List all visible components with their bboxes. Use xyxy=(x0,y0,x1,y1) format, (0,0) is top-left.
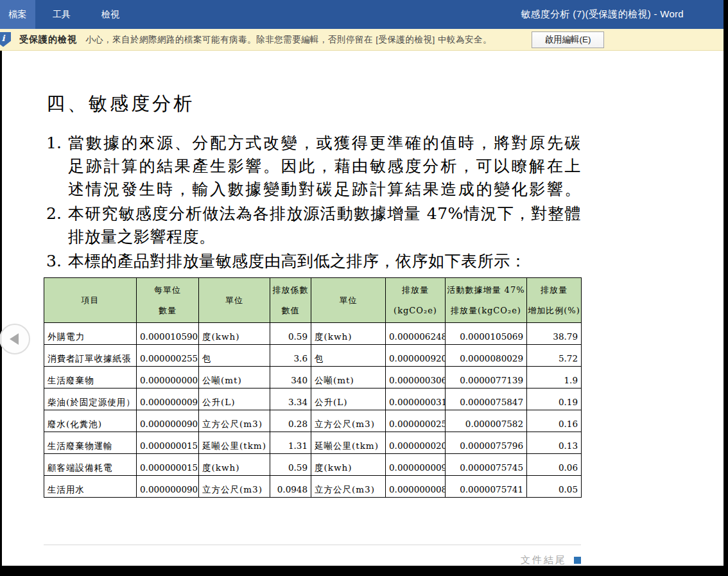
table-cell: 包 xyxy=(311,345,386,367)
table-cell: 1.31 xyxy=(270,432,311,454)
table-cell: 度(kwh) xyxy=(311,323,386,345)
table-row: 生活用水0.0000000905立方公尺(m3)0.0948立方公尺(m3)0.… xyxy=(44,476,582,498)
table-cell: 0.000007582 xyxy=(446,410,527,432)
table-cell: 0.0000075741 xyxy=(446,476,527,498)
table-cell: 0.0000075745 xyxy=(446,454,527,476)
table-cell: 延噸公里(tkm) xyxy=(199,432,270,454)
table-header-cell: 項目 xyxy=(44,278,137,323)
table-cell: 38.79 xyxy=(527,323,582,345)
table-cell: 公升(L) xyxy=(311,388,386,410)
list-item: 3.本標的產品對排放量敏感度由高到低之排序，依序如下表所示： xyxy=(44,250,581,273)
table-header-line: 單位 xyxy=(311,295,385,305)
table-cell: 立方公尺(m3) xyxy=(199,410,270,432)
table-cell: 柴油(於固定源使用） xyxy=(44,388,137,410)
list-item-line: 述情況發生時，輸入數據變動對碳足跡計算結果造成的變化影響。 xyxy=(68,178,581,201)
table-cell: 生活用水 xyxy=(44,476,137,498)
list-item-number: 3. xyxy=(46,250,68,273)
ribbon-tab-file[interactable]: 檔案 xyxy=(0,0,35,29)
table-cell: 顧客端設備耗電 xyxy=(44,454,137,476)
table-cell: 0.16 xyxy=(527,410,582,432)
table-row: 柴油(於固定源使用）0.0000000093公升(L)3.34公升(L)0.00… xyxy=(44,388,582,410)
table-header-line: 排放量 xyxy=(386,285,445,295)
list-item-line: 本標的產品對排放量敏感度由高到低之排序，依序如下表所示： xyxy=(68,250,581,273)
table-cell: 0.000000306 xyxy=(386,367,446,388)
end-of-document-label: 文件結尾 xyxy=(521,554,567,566)
table-header-cell: 排放係數數值 xyxy=(270,278,311,323)
ribbon-tab-view[interactable]: 檢視 xyxy=(94,0,127,29)
table-cell: 0.0000000093 xyxy=(137,388,199,410)
table-cell: 0.0000000311 xyxy=(386,388,446,410)
ribbon-tabs: 檔案工具檢視 xyxy=(0,0,127,29)
list-item-text: 當數據的來源、分配方式改變，或獲得更準確的值時，將對原先碳足跡計算的結果產生影響… xyxy=(68,132,581,201)
table-row: 生活廢棄物0.0000000009公噸(mt)340公噸(mt)0.000000… xyxy=(44,367,582,388)
document-page: 四、敏感度分析 1.當數據的來源、分配方式改變，或獲得更準確的值時，將對原先碳足… xyxy=(2,51,724,566)
table-header-row: 項目每單位數量單位排放係數數值單位排放量(kgCO₂e)活動數據增量 47%排放… xyxy=(44,278,582,323)
list-item-line: 本研究敏感度分析做法為各排放源活動數據增量 47%情況下，對整體 xyxy=(68,202,581,225)
table-cell: 0.0000105069 xyxy=(446,323,527,345)
page-divider xyxy=(44,545,581,545)
table-cell: 公升(L) xyxy=(199,388,270,410)
list-item-line: 足跡計算的結果產生影響。因此，藉由敏感度分析，可以瞭解在上 xyxy=(68,155,581,178)
table-cell: 立方公尺(m3) xyxy=(311,410,386,432)
protected-view-bar: i 受保護的檢視 小心，來自於網際網路的檔案可能有病毒。除非您需要編輯，否則停留… xyxy=(0,29,724,51)
table-cell: 消費者訂單收據紙張 xyxy=(44,345,137,367)
table-cell: 0.0000002558 xyxy=(137,345,199,367)
ribbon-tab-tools[interactable]: 工具 xyxy=(45,0,78,29)
table-header-line: 數值 xyxy=(270,306,311,315)
table-header-cell: 排放量增加比例(%) xyxy=(527,278,582,323)
table-cell: 延噸公里(tkm) xyxy=(311,432,386,454)
enable-editing-button[interactable]: 啟用編輯(E) xyxy=(532,31,604,48)
table-body: 外購電力0.0000105906度(kwh)0.59度(kwh)0.000006… xyxy=(44,323,582,498)
sensitivity-table: 項目每單位數量單位排放係數數值單位排放量(kgCO₂e)活動數據增量 47%排放… xyxy=(44,277,582,498)
previous-page-button[interactable] xyxy=(0,324,30,354)
table-head: 項目每單位數量單位排放係數數值單位排放量(kgCO₂e)活動數據增量 47%排放… xyxy=(44,278,582,323)
end-square-icon xyxy=(574,557,581,564)
table-cell: 0.28 xyxy=(270,410,311,432)
list-item-text: 本研究敏感度分析做法為各排放源活動數據增量 47%情況下，對整體排放量之影響程度… xyxy=(68,202,581,249)
table-cell: 0.59 xyxy=(270,323,311,345)
list-item-line: 當數據的來源、分配方式改變，或獲得更準確的值時，將對原先碳 xyxy=(68,132,581,155)
table-header-line: 活動數據增量 47% xyxy=(446,285,526,295)
document-content: 四、敏感度分析 1.當數據的來源、分配方式改變，或獲得更準確的值時，將對原先碳足… xyxy=(44,51,581,566)
table-row: 消費者訂單收據紙張0.0000002558包3.6包0.00000092090.… xyxy=(44,345,582,367)
table-cell: 0.0000000203 xyxy=(386,432,446,454)
table-cell: 0.05 xyxy=(527,476,582,498)
table-cell: 0.0000000094 xyxy=(386,454,446,476)
table-cell: 0.0000000253 xyxy=(386,410,446,432)
table-cell: 0.0000075847 xyxy=(446,388,527,410)
table-cell: 0.06 xyxy=(527,454,582,476)
table-cell: 3.6 xyxy=(270,345,311,367)
table-cell: 3.34 xyxy=(270,388,311,410)
table-header-cell: 單位 xyxy=(311,278,386,323)
table-cell: 0.19 xyxy=(527,388,582,410)
table-cell: 0.59 xyxy=(270,454,311,476)
table-header-line: 排放量(kgCO₂e) xyxy=(446,306,526,315)
table-cell: 公噸(mt) xyxy=(311,367,386,388)
table-cell: 0.0000000155 xyxy=(137,432,199,454)
table-header-line: 數量 xyxy=(137,306,198,315)
list-item: 2.本研究敏感度分析做法為各排放源活動數據增量 47%情況下，對整體排放量之影響… xyxy=(44,202,581,249)
table-cell: 0.0000000009 xyxy=(137,367,199,388)
table-header-line: 排放量 xyxy=(527,285,581,295)
table-cell: 生活廢棄物運輸 xyxy=(44,432,137,454)
table-header-line: (kgCO₂e) xyxy=(386,306,445,315)
list-item-text: 本標的產品對排放量敏感度由高到低之排序，依序如下表所示： xyxy=(68,250,581,273)
protected-view-label: 受保護的檢視 xyxy=(19,34,77,46)
list-item-number: 1. xyxy=(46,132,68,201)
table-cell: 0.0948 xyxy=(270,476,311,498)
list-item-line: 排放量之影響程度。 xyxy=(68,225,581,249)
numbered-list: 1.當數據的來源、分配方式改變，或獲得更準確的值時，將對原先碳足跡計算的結果產生… xyxy=(44,132,581,273)
table-cell: 5.72 xyxy=(527,345,582,367)
table-cell: 0.0000062485 xyxy=(386,323,446,345)
word-window: 檔案工具檢視 敏感度分析 (7)(受保護的檢視) - Word i 受保護的檢視… xyxy=(0,0,728,576)
table-header-cell: 活動數據增量 47%排放量(kgCO₂e) xyxy=(446,278,527,323)
section-heading: 四、敏感度分析 xyxy=(46,91,581,117)
table-cell: 度(kwh) xyxy=(199,323,270,345)
table-cell: 廢水(化糞池) xyxy=(44,410,137,432)
table-header-line: 項目 xyxy=(44,295,136,305)
table-cell: 0.13 xyxy=(527,432,582,454)
table-cell: 0.0000000086 xyxy=(386,476,446,498)
table-cell: 0.0000075796 xyxy=(446,432,527,454)
table-cell: 0.0000000905 xyxy=(137,476,199,498)
table-cell: 度(kwh) xyxy=(199,454,270,476)
